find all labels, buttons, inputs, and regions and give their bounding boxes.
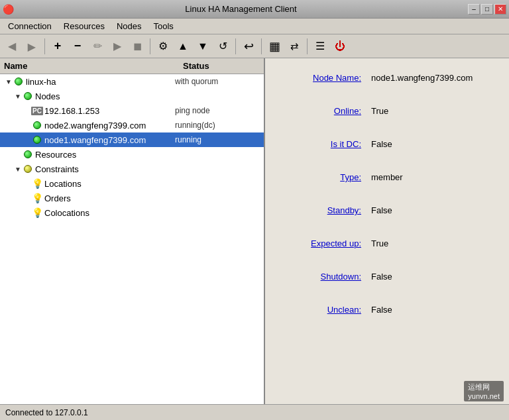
toolbar-separator-3 <box>235 38 236 54</box>
node-status-icon <box>32 120 42 131</box>
online-label[interactable]: Online: <box>278 105 371 116</box>
back-button[interactable]: ◀ <box>3 37 21 56</box>
standby-label[interactable]: Standby: <box>278 204 371 215</box>
tree-row[interactable]: ▼ Nodes <box>0 89 264 103</box>
refresh-button[interactable]: ↺ <box>213 37 232 56</box>
tree-row[interactable]: Resources <box>0 147 264 162</box>
tree-row[interactable]: ▼ linux-ha with quorum <box>0 74 264 89</box>
standby-value: False <box>371 204 496 215</box>
tree-body: ▼ linux-ha with quorum ▼ Nodes PC <box>0 74 264 404</box>
edit-button[interactable]: ✏ <box>88 37 107 56</box>
detail-row-shutdown: Shutdown: False <box>265 264 509 297</box>
status-text: Connected to 127.0.0.1 <box>5 408 88 417</box>
expander-icon <box>23 208 32 217</box>
shutdown-label[interactable]: Shutdown: <box>278 270 371 282</box>
tree-panel: Name Status ▼ linux-ha with quorum ▼ Nod… <box>0 58 265 404</box>
detail-row-type: Type: member <box>265 164 509 197</box>
tree-row[interactable]: 💡 Colocations <box>0 205 264 220</box>
detail-row-expected-up: Expected up: True <box>265 231 509 264</box>
run-button[interactable]: ▶ <box>108 37 127 56</box>
node-status-icon <box>13 76 24 87</box>
app-icon: 🔴 <box>3 4 14 15</box>
tree-node-name: Locations <box>44 179 175 189</box>
tree-node-name: linux-ha <box>26 77 175 87</box>
remove-button[interactable]: − <box>68 37 87 56</box>
detail-row-unclean: Unclean: False <box>265 297 509 330</box>
expander-icon[interactable]: ▼ <box>4 77 13 86</box>
shutdown-value: False <box>371 270 496 282</box>
menu-tools[interactable]: Tools <box>148 20 179 32</box>
tree-row[interactable]: PC 192.168.1.253 ping node <box>0 103 264 118</box>
tree-row[interactable]: 💡 Locations <box>0 176 264 191</box>
tree-row[interactable]: 💡 Orders <box>0 191 264 205</box>
title-bar-buttons: – □ ✕ <box>468 4 506 15</box>
tree-node-name: node2.wangfeng7399.com <box>44 121 175 131</box>
exit-button[interactable]: ⏻ <box>331 37 349 56</box>
col-status: Status <box>183 61 260 71</box>
unclean-label[interactable]: Unclean: <box>278 303 371 315</box>
expander-icon <box>23 106 32 115</box>
switch-button[interactable]: ⇄ <box>285 37 304 56</box>
toolbar-separator-2 <box>150 38 150 54</box>
tree-row[interactable]: node2.wangfeng7399.com running(dc) <box>0 118 264 132</box>
watermark: 运维网yunvn.net <box>464 381 504 401</box>
tree-node-name: Colocations <box>44 208 175 218</box>
down-button[interactable]: ▼ <box>194 37 212 56</box>
node-status-icon <box>23 149 33 160</box>
close-button[interactable]: ✕ <box>494 4 506 15</box>
tree-node-name: Resources <box>35 150 175 160</box>
toolbar-separator-4 <box>261 38 262 54</box>
tree-node-status: running(dc) <box>175 121 261 130</box>
node-status-icon: PC <box>32 105 42 116</box>
maximize-button[interactable]: □ <box>481 4 493 15</box>
node-status-icon: 💡 <box>32 207 42 218</box>
status-bar: Connected to 127.0.0.1 <box>0 404 509 420</box>
expander-icon[interactable]: ▼ <box>13 164 23 174</box>
watermark-text: 运维网yunvn.net <box>468 383 500 400</box>
toolbar-separator-5 <box>307 38 308 54</box>
tree-node-status: ping node <box>175 106 261 115</box>
unclean-value: False <box>371 303 496 315</box>
tree-node-name: Constraints <box>35 164 175 174</box>
menu-resources[interactable]: Resources <box>58 20 110 32</box>
tree-header: Name Status <box>0 58 264 74</box>
tree-node-name: node1.wangfeng7399.com <box>44 135 175 145</box>
detail-row-node-name: Node Name: node1.wangfeng7399.com <box>265 65 509 98</box>
node-name-label[interactable]: Node Name: <box>278 72 371 83</box>
minimize-button[interactable]: – <box>468 4 480 15</box>
stop-button[interactable]: ◼ <box>128 37 146 56</box>
menu-connection[interactable]: Connection <box>3 20 57 32</box>
expected-up-label[interactable]: Expected up: <box>278 237 371 248</box>
expander-icon <box>23 135 32 144</box>
expander-icon <box>23 193 32 203</box>
tree-row[interactable]: node1.wangfeng7399.com running <box>0 132 264 147</box>
menu-nodes[interactable]: Nodes <box>111 20 147 32</box>
graph-button[interactable]: ▦ <box>265 37 284 56</box>
undo-button[interactable]: ↩ <box>239 37 258 56</box>
node-name-value: node1.wangfeng7399.com <box>371 72 496 83</box>
is-dc-value: False <box>371 138 496 149</box>
expander-icon[interactable]: ▼ <box>13 91 23 101</box>
is-dc-label[interactable]: Is it DC: <box>278 138 371 149</box>
expander-icon <box>23 121 32 130</box>
expected-up-value: True <box>371 237 496 248</box>
tree-node-status: with quorum <box>175 77 261 86</box>
up-button[interactable]: ▲ <box>174 37 192 56</box>
forward-button[interactable]: ◀ <box>23 37 41 56</box>
title-bar: 🔴 Linux HA Management Client – □ ✕ <box>0 0 509 19</box>
detail-row-online: Online: True <box>265 98 509 131</box>
view-button[interactable]: ☰ <box>311 37 329 56</box>
expander-icon <box>23 179 32 188</box>
toolbar-separator-1 <box>44 38 45 54</box>
node-status-icon: 💡 <box>32 193 42 203</box>
add-button[interactable]: + <box>48 37 67 56</box>
config-button[interactable]: ⚙ <box>154 37 172 56</box>
tree-node-name: Nodes <box>35 91 175 101</box>
node-status-icon <box>32 134 42 145</box>
tree-node-name: Orders <box>44 193 175 203</box>
type-label[interactable]: Type: <box>278 171 371 182</box>
title-bar-left: 🔴 <box>3 4 14 15</box>
node-status-icon <box>23 164 33 174</box>
detail-panel: Node Name: node1.wangfeng7399.com Online… <box>265 58 509 404</box>
tree-row[interactable]: ▼ Constraints <box>0 162 264 176</box>
